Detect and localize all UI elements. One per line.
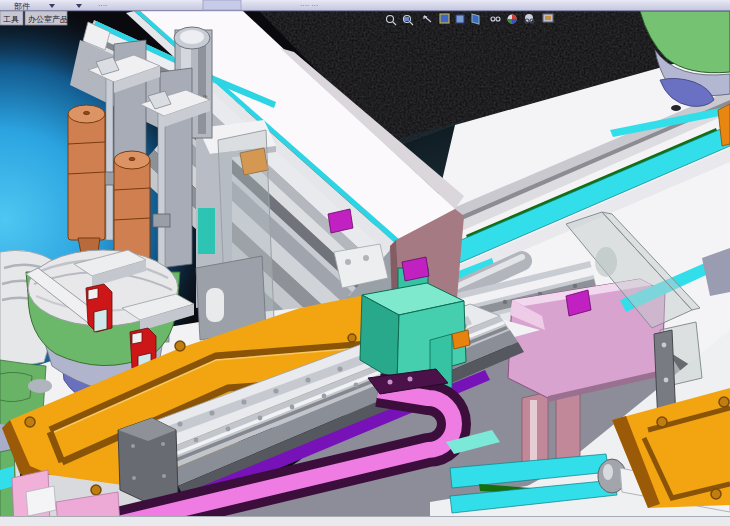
svg-text:工具: 工具 [3, 15, 19, 24]
svg-text:····: ···· [98, 2, 107, 9]
svg-text:办公室产品: 办公室产品 [28, 15, 68, 24]
svg-text:···· ···: ···· ··· [300, 2, 318, 9]
svg-text:部件: 部件 [14, 2, 30, 11]
